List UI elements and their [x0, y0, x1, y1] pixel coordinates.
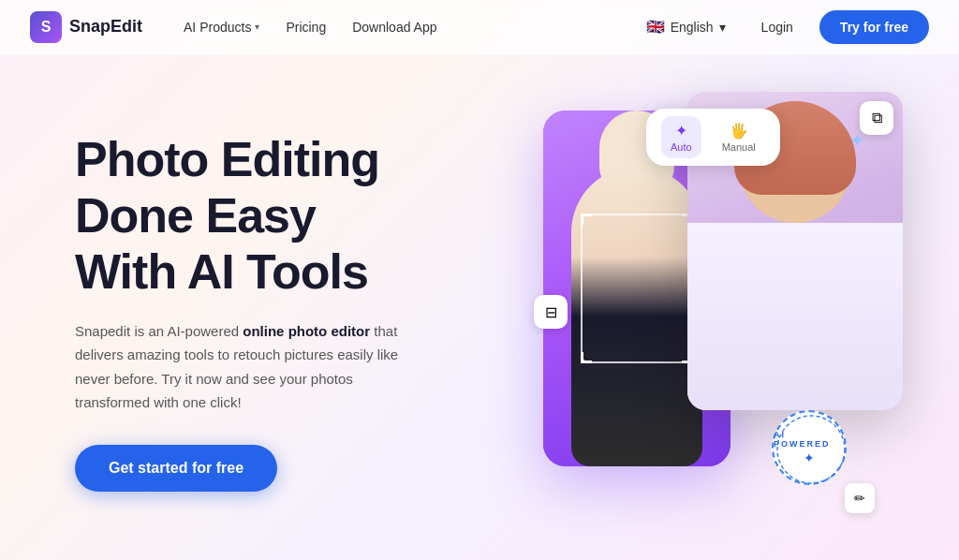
navbar: S SnapEdit AI Products ▾ Pricing Downloa… — [0, 0, 959, 54]
hero-section: Photo Editing Done Easy With AI Tools Sn… — [0, 54, 959, 560]
pen-icon: ✏ — [854, 491, 865, 506]
focus-corner-tl — [581, 214, 592, 225]
nav-ai-products[interactable]: AI Products ▾ — [172, 12, 271, 42]
lang-chevron-icon: ▾ — [719, 20, 726, 35]
ai-badge-text: AI POWERED — [774, 430, 845, 449]
layers-icon-button[interactable]: ⊟ — [534, 295, 568, 329]
hero-title: Photo Editing Done Easy With AI Tools — [75, 132, 524, 300]
decorative-body-right — [687, 223, 903, 410]
flag-icon: 🇬🇧 — [646, 18, 665, 36]
manual-icon: 🖐 — [730, 122, 748, 140]
logo[interactable]: S SnapEdit — [30, 11, 142, 43]
nav-pricing[interactable]: Pricing — [274, 12, 337, 42]
hero-visual: ✦ Auto 🖐 Manual — [524, 82, 903, 541]
mode-auto-button[interactable]: ✦ Auto — [661, 116, 701, 158]
logo-icon: S — [30, 11, 62, 43]
hero-description: Snapedit is an AI-powered online photo e… — [75, 319, 431, 415]
language-selector[interactable]: 🇬🇧 English ▾ — [637, 12, 735, 41]
auto-icon: ✦ — [675, 122, 687, 140]
brand-name: SnapEdit — [69, 17, 142, 37]
hero-content: Photo Editing Done Easy With AI Tools Sn… — [75, 132, 524, 491]
ai-star-icon: ✦ — [804, 450, 815, 465]
login-link[interactable]: Login — [750, 14, 804, 40]
mode-toolbar: ✦ Auto 🖐 Manual — [646, 109, 780, 166]
copy-icon: ⧉ — [872, 110, 882, 126]
mode-manual-button[interactable]: 🖐 Manual — [713, 116, 765, 158]
focus-frame — [581, 214, 693, 363]
nav-links: AI Products ▾ Pricing Download App — [172, 12, 637, 42]
focus-corner-bl — [581, 352, 592, 363]
layers-icon: ⊟ — [545, 303, 557, 321]
nav-right: 🇬🇧 English ▾ Login Try for free — [637, 10, 929, 44]
pen-icon-button[interactable]: ✏ — [845, 483, 875, 513]
get-started-button[interactable]: Get started for free — [75, 445, 277, 492]
chevron-down-icon: ▾ — [255, 22, 259, 32]
ai-powered-badge: AI POWERED ✦ — [772, 410, 847, 485]
try-for-free-button[interactable]: Try for free — [819, 10, 929, 44]
nav-download[interactable]: Download App — [341, 12, 448, 42]
